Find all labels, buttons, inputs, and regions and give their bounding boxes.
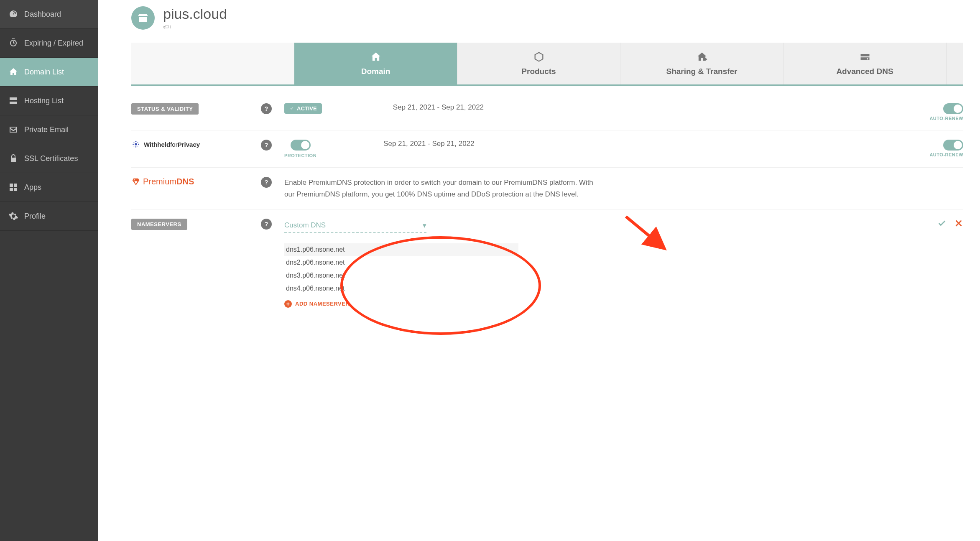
svg-point-0 [135,143,137,146]
cancel-nameservers-x-icon[interactable] [954,219,963,230]
tab-label: Domain [361,67,390,76]
main-content: pius.cloud 🏷+ Domain Products Sharing & … [98,0,980,541]
sidebar-label: Apps [24,183,41,192]
privacy-row: WithheldforPrivacy ? PROTECTION Sep 21, … [131,130,963,168]
auto-renew-toggle[interactable] [943,103,963,114]
sidebar-item-domain-list[interactable]: Domain List [0,58,98,87]
nameservers-section-badge: NAMESERVERS [131,219,187,230]
svg-point-3 [135,141,137,143]
sidebar-item-expiring[interactable]: Expiring / Expired [0,29,98,58]
sidebar-item-hosting[interactable]: Hosting List [0,87,98,115]
sidebar-label: SSL Certificates [24,154,78,163]
add-nameserver-button[interactable]: + ADD NAMESERVER [284,300,350,308]
status-date-range: Sep 21, 2021 - Sep 21, 2022 [393,103,484,112]
nameserver-input-3[interactable] [284,269,518,282]
tab-advanced-dns[interactable]: Advanced DNS [783,43,947,84]
diamond-icon [131,177,140,186]
house-icon [370,51,382,63]
svg-point-6 [138,142,138,143]
help-icon[interactable]: ? [261,140,272,151]
tab-overflow[interactable] [947,43,963,84]
premium-description: Enable PremiumDNS protection in order to… [284,177,602,199]
sidebar-label: Domain List [24,68,64,77]
svg-point-8 [138,146,138,147]
sidebar-label: Dashboard [24,10,61,19]
svg-point-4 [135,146,137,148]
envelope-icon [8,125,18,135]
privacy-date-range: Sep 21, 2021 - Sep 21, 2022 [383,140,474,148]
tabs: Domain Products Sharing & Transfer Advan… [131,43,963,86]
sidebar-item-profile[interactable]: Profile [0,202,98,231]
auto-renew-label: AUTO-RENEW [929,152,963,157]
lock-icon [8,153,18,163]
domain-avatar-icon [131,6,155,30]
status-section-badge: STATUS & VALIDITY [131,103,199,115]
grid-icon [8,182,18,192]
help-icon[interactable]: ? [261,103,272,114]
protection-label: PROTECTION [284,153,316,158]
server-icon [8,96,18,106]
svg-point-1 [133,144,134,145]
sidebar-item-dashboard[interactable]: Dashboard [0,0,98,29]
nameserver-input-4[interactable] [284,282,518,295]
gear-icon [8,211,18,221]
plus-icon: + [284,300,292,308]
tab-products[interactable]: Products [457,43,620,84]
help-icon[interactable]: ? [261,219,272,230]
tab-domain[interactable]: Domain [294,43,457,84]
privacy-brand: WithheldforPrivacy [131,140,248,149]
house-icon [8,67,18,77]
dns-server-icon [859,51,871,63]
auto-renew-toggle[interactable] [943,140,963,151]
premium-dns-row: PremiumDNS ? Enable PremiumDNS protectio… [131,168,963,209]
svg-point-2 [138,144,139,145]
privacy-logo-icon [131,140,140,149]
tab-blank[interactable] [131,43,294,84]
save-nameservers-check-icon[interactable] [937,219,947,230]
dns-type-select[interactable]: Custom DNS ▾ [284,219,426,233]
gauge-icon [8,9,18,19]
sidebar-label: Private Email [24,125,69,134]
active-badge: ACTIVE [284,103,322,114]
add-tag-icon[interactable]: 🏷+ [163,23,227,30]
sidebar-label: Hosting List [24,97,64,105]
nameserver-input-2[interactable] [284,256,518,269]
svg-point-5 [134,142,135,143]
domain-name: pius.cloud [163,6,227,22]
chevron-down-icon: ▾ [423,221,426,230]
box-icon [533,51,545,63]
help-icon[interactable]: ? [261,177,272,188]
transfer-icon [696,51,708,63]
stopwatch-icon [8,38,18,48]
status-row: STATUS & VALIDITY ? ACTIVE Sep 21, 2021 … [131,94,963,130]
svg-point-7 [134,146,135,147]
sidebar-item-ssl[interactable]: SSL Certificates [0,144,98,173]
sidebar-item-apps[interactable]: Apps [0,173,98,202]
domain-header: pius.cloud 🏷+ [131,6,963,30]
tab-label: Sharing & Transfer [666,67,738,76]
sidebar-item-email[interactable]: Private Email [0,115,98,144]
tab-label: Products [521,67,556,76]
premium-dns-brand: PremiumDNS [131,177,248,186]
tab-sharing[interactable]: Sharing & Transfer [620,43,783,84]
sidebar: Dashboard Expiring / Expired Domain List… [0,0,98,541]
tab-label: Advanced DNS [836,67,893,76]
nameservers-row: NAMESERVERS ? Custom DNS ▾ + ADD NAMESER… [131,209,963,317]
nameserver-input-1[interactable] [284,243,518,256]
sidebar-label: Profile [24,212,46,221]
sidebar-label: Expiring / Expired [24,39,83,48]
protection-toggle[interactable] [291,140,311,151]
auto-renew-label: AUTO-RENEW [929,116,963,121]
